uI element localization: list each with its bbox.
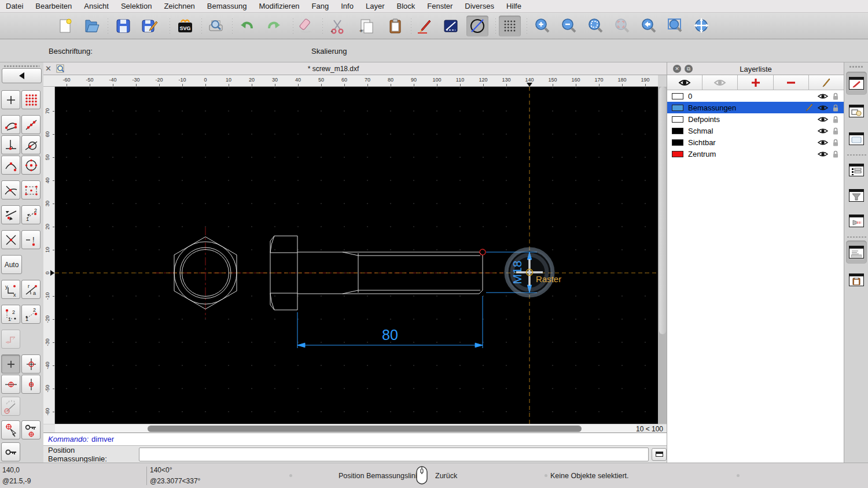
command-line-panel-button[interactable]	[846, 241, 867, 264]
layer-color-swatch[interactable]	[672, 151, 683, 157]
layer-row[interactable]: 0	[667, 90, 844, 102]
edit-layer-button[interactable]	[809, 75, 844, 90]
menu-item[interactable]: Selektion	[121, 2, 152, 10]
selection-filter-panel-button[interactable]	[846, 184, 867, 207]
snap-reference-button[interactable]	[21, 180, 41, 199]
snap-distance-button[interactable]: 12	[21, 205, 41, 224]
layer-color-swatch[interactable]	[672, 128, 683, 134]
menu-item[interactable]: Fenster	[427, 2, 453, 10]
block-list-panel-button[interactable]	[846, 99, 867, 123]
view-list-panel-button[interactable]	[846, 158, 867, 182]
coordinate-relative-cartesian-button[interactable]: 12	[1, 305, 20, 324]
menu-item[interactable]: Layer	[366, 2, 385, 10]
zoom-pan-button[interactable]	[691, 16, 713, 36]
layer-visibility-icon[interactable]	[818, 116, 828, 123]
horizontal-scrollbar-thumb[interactable]	[148, 426, 582, 432]
snap-intersection-manual-button[interactable]: !	[21, 230, 41, 249]
menu-item[interactable]: Fang	[312, 2, 329, 10]
delete-button[interactable]	[296, 16, 318, 36]
layer-list-panel-button[interactable]	[846, 72, 867, 95]
remove-layer-button[interactable]	[774, 75, 809, 90]
restrict-orthogonal-button[interactable]	[1, 330, 20, 349]
paste-button[interactable]	[384, 16, 406, 36]
restrict-off-button[interactable]	[1, 354, 20, 374]
snap-middle-button[interactable]	[1, 156, 20, 175]
snap-free-button[interactable]	[1, 90, 20, 109]
menu-item[interactable]: Ansicht	[84, 2, 109, 10]
toolbar-handle[interactable]	[849, 65, 864, 68]
auto-snap-button[interactable]: Auto	[1, 255, 22, 274]
coordinate-relative-polar-button[interactable]: 12	[21, 305, 41, 324]
layer-name[interactable]: Defpoints	[688, 115, 818, 124]
undo-button[interactable]	[236, 16, 258, 36]
drawing-canvas[interactable]: 80 M18 Raster	[55, 87, 658, 424]
back-button[interactable]	[2, 68, 42, 83]
redo-button[interactable]	[263, 16, 285, 36]
layer-visibility-icon[interactable]	[818, 150, 828, 158]
zoom-out-button[interactable]	[558, 16, 580, 36]
layer-color-swatch[interactable]	[672, 105, 683, 111]
layer-color-swatch[interactable]	[672, 139, 683, 146]
library-browser-panel-button[interactable]	[846, 127, 867, 150]
coordinate-polar-button[interactable]: ra	[21, 280, 41, 299]
layer-lock-icon[interactable]	[832, 127, 839, 135]
snap-on-entity-button[interactable]	[21, 115, 41, 134]
edit-pencil-button[interactable]	[413, 16, 435, 36]
layer-color-swatch[interactable]	[672, 93, 683, 99]
tab-title[interactable]: * screw_m18.dxf	[0, 65, 667, 73]
menu-item[interactable]: Zeichnen	[164, 2, 194, 10]
menu-item[interactable]: Info	[341, 2, 354, 10]
layer-row[interactable]: Zentrum	[667, 148, 844, 160]
add-layer-button[interactable]	[738, 75, 773, 90]
layer-lock-icon[interactable]	[832, 115, 839, 124]
layer-name[interactable]: Sichtbar	[688, 138, 818, 147]
snap-tangent-button[interactable]	[21, 135, 41, 154]
vertical-scrollbar-thumb[interactable]	[659, 87, 666, 334]
layer-visibility-icon[interactable]	[818, 127, 828, 135]
snap-endpoints-button[interactable]	[1, 115, 20, 134]
horizontal-scrollbar[interactable]	[55, 424, 637, 433]
set-relative-zero-button[interactable]	[1, 420, 20, 439]
menu-item[interactable]: Datei	[6, 2, 23, 10]
lighting-panel-button[interactable]	[846, 209, 867, 232]
menu-item[interactable]: Hilfe	[506, 2, 521, 10]
layer-lock-icon[interactable]	[832, 138, 839, 147]
layer-visibility-icon[interactable]	[818, 104, 828, 112]
snap-center-button[interactable]	[21, 156, 41, 175]
cut-button[interactable]: +	[326, 16, 348, 36]
save-as-button[interactable]	[139, 16, 161, 36]
layer-row[interactable]: Schmal	[667, 125, 844, 136]
layer-name[interactable]: Schmal	[688, 127, 818, 135]
show-all-layers-button[interactable]	[667, 75, 703, 90]
command-input[interactable]	[139, 448, 649, 461]
layer-row[interactable]: Sichtbar	[667, 136, 844, 148]
restrict-angle-button[interactable]	[1, 397, 20, 416]
hide-inactive-layers-button[interactable]	[703, 75, 738, 90]
zoom-auto-button[interactable]	[584, 16, 606, 36]
relative-zero-key-button[interactable]	[1, 442, 20, 461]
vertical-scrollbar[interactable]	[658, 87, 667, 424]
snap-grid-button[interactable]	[21, 90, 41, 109]
export-svg-button[interactable]: SVG	[174, 16, 196, 36]
menu-item[interactable]: Bemassung	[207, 2, 247, 10]
polyline-tool-button[interactable]	[440, 16, 462, 36]
snap-intersection-button[interactable]	[1, 180, 20, 199]
layer-visibility-icon[interactable]	[818, 93, 828, 100]
snap-perpendicular-button[interactable]	[1, 135, 20, 154]
copy-button[interactable]: +	[355, 16, 377, 36]
menu-item[interactable]: Modifizieren	[259, 2, 300, 10]
zoom-window-button[interactable]	[664, 16, 686, 36]
zoom-selection-button[interactable]	[611, 16, 633, 36]
layer-row[interactable]: Bemassungen	[667, 102, 844, 113]
restrict-vertical-button[interactable]	[21, 375, 41, 394]
layer-lock-icon[interactable]	[832, 92, 839, 101]
open-file-button[interactable]	[81, 16, 103, 36]
lock-relative-zero-button[interactable]	[21, 420, 41, 439]
toolbar-handle[interactable]	[3, 65, 39, 67]
coordinate-cartesian-button[interactable]: yx	[1, 280, 20, 299]
layer-name[interactable]: Zentrum	[688, 150, 818, 158]
menu-item[interactable]: Block	[396, 2, 415, 10]
layer-name[interactable]: 0	[688, 92, 818, 101]
layer-visibility-icon[interactable]	[818, 139, 828, 146]
layer-color-swatch[interactable]	[672, 116, 683, 123]
